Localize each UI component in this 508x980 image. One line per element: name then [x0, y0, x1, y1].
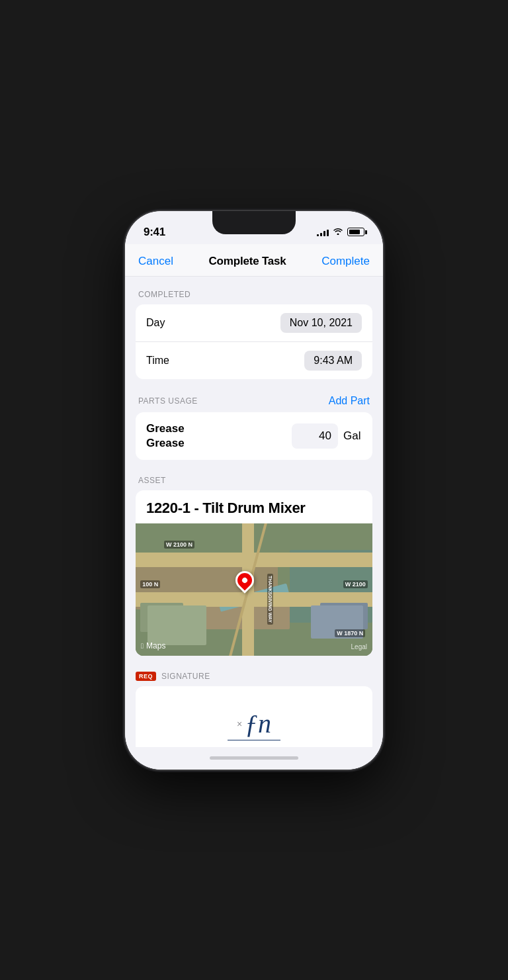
asset-section-header: ASSET — [136, 476, 372, 485]
signature-box[interactable]: × ƒn — [136, 686, 372, 747]
map-building-2 — [148, 605, 207, 645]
add-part-button[interactable]: Add Part — [329, 395, 370, 407]
time-row: Time 9:43 AM — [136, 342, 372, 379]
phone-frame: 9:41 — [125, 211, 383, 770]
status-time: 9:41 — [144, 226, 165, 239]
signature-content: × ƒn — [228, 711, 280, 741]
modal-sheet: Cancel Complete Task Complete COMPLETED … — [125, 244, 383, 770]
map-road-label-4: W 1870 N — [335, 629, 365, 637]
part-qty-input[interactable]: 40 — [292, 423, 338, 449]
complete-button[interactable]: Complete — [321, 255, 370, 268]
signal-bar-4 — [327, 230, 329, 236]
map-legal: Legal — [351, 643, 367, 650]
signature-line-area: × ƒn — [237, 711, 271, 737]
home-indicator — [125, 747, 383, 770]
completed-label: COMPLETED — [138, 290, 190, 299]
req-badge: REQ — [136, 672, 156, 681]
maps-brand-text: Maps — [146, 641, 165, 650]
completed-section-header: COMPLETED — [136, 290, 372, 299]
map-background: W 2100 N 100 N W 2100 W 1870 N THANKSGIV… — [136, 523, 372, 656]
parts-section: PARTS USAGE Add Part GreaseGrease 40 Gal — [136, 395, 372, 460]
signature-label: SIGNATURE — [161, 672, 210, 681]
time-value[interactable]: 9:43 AM — [304, 351, 362, 371]
battery-icon — [347, 228, 364, 236]
asset-label: ASSET — [138, 476, 166, 485]
map-pin — [235, 571, 254, 590]
part-name: GreaseGrease — [146, 422, 185, 451]
asset-name: 1220-1 - Tilt Drum Mixer — [136, 490, 372, 523]
cancel-button[interactable]: Cancel — [138, 255, 173, 268]
wifi-icon — [333, 227, 343, 237]
map-road-label-3: W 2100 — [343, 580, 368, 588]
pin-circle — [232, 567, 258, 594]
completed-section: COMPLETED Day Nov 10, 2021 Time 9:43 AM — [136, 290, 372, 379]
content-scroll[interactable]: COMPLETED Day Nov 10, 2021 Time 9:43 AM — [125, 277, 383, 747]
asset-map[interactable]: W 2100 N 100 N W 2100 W 1870 N THANKSGIV… — [136, 523, 372, 656]
signature-section: REQ SIGNATURE × ƒn — [136, 672, 372, 747]
signal-bars-icon — [317, 228, 329, 236]
asset-card: 1220-1 - Tilt Drum Mixer — [136, 490, 372, 656]
signature-header: REQ SIGNATURE — [136, 672, 372, 681]
parts-section-header: PARTS USAGE Add Part — [136, 395, 372, 407]
battery-fill — [349, 230, 360, 234]
time-label: Time — [146, 355, 169, 367]
parts-row: GreaseGrease 40 Gal — [136, 412, 372, 460]
part-right: 40 Gal — [292, 423, 362, 449]
completed-card: Day Nov 10, 2021 Time 9:43 AM — [136, 304, 372, 379]
map-road-label-5: THANKSGIVING WAY — [267, 574, 273, 625]
signature-glyph: ƒn — [245, 711, 271, 737]
asset-section: ASSET 1220-1 - Tilt Drum Mixer — [136, 476, 372, 656]
signature-x: × — [237, 719, 242, 729]
parts-card: GreaseGrease 40 Gal — [136, 412, 372, 460]
signal-bar-3 — [323, 231, 325, 236]
apple-maps-logo:  — [141, 642, 144, 650]
day-row: Day Nov 10, 2021 — [136, 304, 372, 342]
nav-bar: Cancel Complete Task Complete — [125, 244, 383, 277]
day-value[interactable]: Nov 10, 2021 — [280, 313, 362, 333]
home-bar — [210, 756, 298, 760]
page-title: Complete Task — [209, 255, 286, 268]
status-icons — [317, 227, 364, 237]
map-road-label-1: W 2100 N — [164, 541, 194, 549]
map-road-label-2: 100 N — [140, 580, 160, 588]
day-label: Day — [146, 317, 165, 329]
signature-underline — [228, 740, 280, 741]
signal-bar-1 — [317, 234, 319, 236]
part-qty: 40 — [319, 429, 331, 443]
part-unit: Gal — [343, 429, 362, 443]
pin-inner — [241, 576, 248, 584]
screen: 9:41 — [125, 211, 383, 770]
signal-bar-2 — [320, 233, 322, 236]
parts-label: PARTS USAGE — [138, 396, 198, 406]
notch — [212, 211, 296, 234]
map-branding:  Maps — [141, 641, 165, 650]
